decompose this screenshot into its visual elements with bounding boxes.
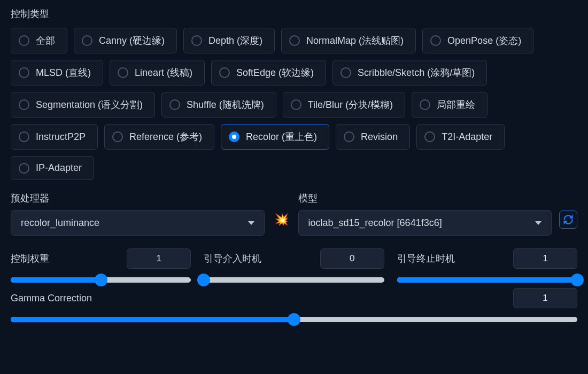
control-type-radio[interactable]: NormalMap (法线贴图): [281, 28, 416, 53]
sliders-row: 控制权重 1 引导介入时机 0 引导终止时机 1: [11, 248, 577, 283]
model-label: 模型: [298, 192, 552, 205]
start-slider[interactable]: [204, 277, 384, 283]
weight-slider-fill: [11, 277, 101, 283]
control-type-radio[interactable]: 局部重绘: [412, 92, 488, 118]
control-type-radio[interactable]: Revision: [336, 124, 410, 150]
start-label: 引导介入时机: [204, 252, 261, 265]
control-type-radio-label: Segmentation (语义分割): [36, 98, 143, 111]
control-type-radio[interactable]: Shuffle (随机洗牌): [161, 92, 276, 118]
control-type-radio[interactable]: Lineart (线稿): [110, 60, 205, 85]
control-type-radio-label: Tile/Blur (分块/模糊): [308, 98, 393, 111]
start-slider-block: 引导介入时机 0: [204, 248, 384, 283]
model-select[interactable]: ioclab_sd15_recolor [6641f3c6]: [298, 210, 552, 236]
start-slider-thumb[interactable]: [197, 274, 210, 286]
control-type-radio[interactable]: 全部: [11, 28, 67, 53]
radio-icon: [191, 35, 202, 46]
chevron-down-icon: [535, 221, 541, 225]
control-type-radio[interactable]: OpenPose (姿态): [422, 28, 533, 53]
radio-icon: [344, 131, 354, 142]
radio-icon: [341, 67, 351, 78]
gamma-slider-block: Gamma Correction 1: [11, 288, 577, 322]
radio-icon: [430, 35, 441, 46]
radio-icon: [291, 99, 301, 110]
radio-icon: [112, 131, 123, 142]
end-value-input[interactable]: 1: [513, 248, 577, 269]
control-type-radio[interactable]: SoftEdge (软边缘): [211, 60, 326, 85]
radio-icon: [118, 67, 128, 78]
weight-label: 控制权重: [11, 252, 49, 265]
end-slider-thumb[interactable]: [571, 274, 584, 286]
end-label: 引导终止时机: [397, 252, 455, 265]
control-type-radio-label: Canny (硬边缘): [99, 34, 165, 47]
control-type-radio[interactable]: Reference (参考): [104, 124, 214, 150]
start-value-input[interactable]: 0: [320, 248, 384, 269]
control-type-radio-label: 全部: [36, 34, 55, 47]
radio-icon: [19, 99, 29, 110]
control-type-label: 控制类型: [11, 7, 577, 20]
control-type-radio[interactable]: MLSD (直线): [11, 60, 103, 85]
control-type-radio-label: InstructP2P: [36, 131, 86, 143]
refresh-icon: [563, 214, 574, 225]
control-type-radio[interactable]: Tile/Blur (分块/模糊): [283, 92, 405, 118]
control-type-radio[interactable]: IP-Adapter: [11, 156, 94, 180]
control-type-radio-label: Shuffle (随机洗牌): [187, 98, 264, 111]
radio-icon: [19, 67, 29, 78]
radio-icon: [169, 99, 180, 110]
control-type-radio-group: 全部Canny (硬边缘)Depth (深度)NormalMap (法线贴图)O…: [11, 28, 577, 180]
control-type-radio-label: OpenPose (姿态): [447, 34, 521, 47]
control-type-radio-label: Reference (参考): [129, 130, 202, 143]
control-type-radio-label: T2I-Adapter: [442, 131, 492, 143]
radio-icon: [424, 131, 435, 142]
control-type-radio-label: IP-Adapter: [36, 162, 82, 174]
control-type-radio-label: Revision: [361, 131, 398, 143]
control-type-radio[interactable]: Depth (深度): [183, 28, 275, 53]
weight-slider[interactable]: [11, 277, 191, 283]
radio-icon: [229, 131, 239, 142]
gamma-slider-thumb[interactable]: [288, 313, 300, 326]
end-slider-block: 引导终止时机 1: [397, 248, 577, 283]
radio-icon: [19, 131, 29, 142]
control-type-radio-label: 局部重绘: [437, 98, 475, 111]
control-type-radio-label: MLSD (直线): [36, 66, 91, 79]
control-type-radio[interactable]: Scribble/Sketch (涂鸦/草图): [332, 60, 487, 85]
control-type-radio[interactable]: Canny (硬边缘): [74, 28, 177, 53]
radio-icon: [289, 35, 300, 46]
preprocessor-value: recolor_luminance: [21, 217, 99, 229]
control-type-radio-label: NormalMap (法线贴图): [306, 34, 404, 47]
control-type-radio[interactable]: InstructP2P: [11, 124, 98, 150]
control-type-radio-label: Recolor (重上色): [246, 130, 317, 143]
end-slider[interactable]: [397, 277, 577, 283]
radio-icon: [219, 67, 230, 78]
control-type-radio-label: Scribble/Sketch (涂鸦/草图): [358, 66, 475, 79]
explosion-icon[interactable]: 💥: [272, 209, 291, 230]
weight-slider-thumb[interactable]: [95, 274, 107, 286]
radio-icon: [82, 35, 92, 46]
control-type-radio[interactable]: Recolor (重上色): [221, 124, 329, 150]
control-type-radio-label: Depth (深度): [208, 34, 262, 47]
preprocessor-label: 预处理器: [11, 192, 265, 205]
preprocessor-select[interactable]: recolor_luminance: [11, 210, 265, 236]
model-value: ioclab_sd15_recolor [6641f3c6]: [308, 217, 442, 229]
gamma-slider-fill: [11, 317, 294, 322]
radio-icon: [19, 35, 29, 46]
gamma-value-input[interactable]: 1: [513, 288, 577, 308]
control-type-radio-label: SoftEdge (软边缘): [236, 66, 314, 79]
radio-icon: [420, 99, 430, 110]
control-type-radio-label: Lineart (线稿): [135, 66, 192, 79]
radio-icon: [19, 163, 29, 174]
chevron-down-icon: [248, 221, 254, 225]
weight-value-input[interactable]: 1: [127, 248, 191, 269]
weight-slider-block: 控制权重 1: [11, 248, 191, 283]
gamma-slider[interactable]: [11, 317, 577, 322]
preproc-model-row: 预处理器 recolor_luminance 💥 模型 ioclab_sd15_…: [11, 192, 577, 236]
control-type-radio[interactable]: T2I-Adapter: [416, 124, 505, 150]
control-type-radio[interactable]: Segmentation (语义分割): [11, 92, 155, 118]
end-slider-fill: [397, 277, 577, 283]
refresh-button[interactable]: [559, 211, 577, 229]
gamma-label: Gamma Correction: [11, 293, 92, 304]
